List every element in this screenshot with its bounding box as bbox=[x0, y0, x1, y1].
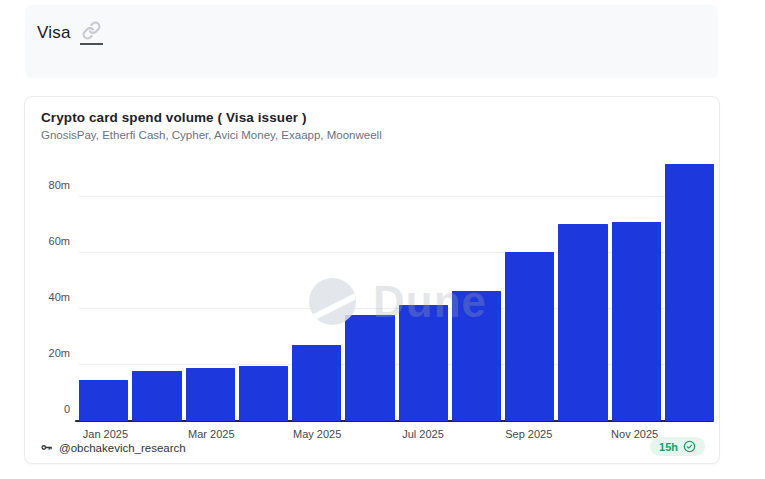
bar-chart-plot: 020m40m60m80m Jan 2025Mar 2025May 2025Ju… bbox=[79, 151, 714, 421]
header-row: Visa bbox=[25, 5, 718, 45]
bar-series bbox=[79, 151, 714, 421]
bar-dec-2025[interactable] bbox=[665, 164, 714, 421]
bar-may-2025[interactable] bbox=[292, 345, 341, 421]
page-title: Visa bbox=[37, 23, 71, 43]
footer-author-row: @obchakevich_research bbox=[40, 441, 186, 454]
bar-jul-2025[interactable] bbox=[399, 305, 448, 421]
chart-title: Crypto card spend volume ( Visa issuer ) bbox=[41, 110, 307, 125]
key-icon bbox=[40, 441, 53, 454]
bar-jun-2025[interactable] bbox=[345, 315, 394, 421]
bar-mar-2025[interactable] bbox=[186, 368, 235, 421]
y-tick-label: 40m bbox=[49, 291, 70, 303]
y-tick-label: 20m bbox=[49, 347, 70, 359]
bar-nov-2025[interactable] bbox=[612, 222, 661, 421]
bar-jan-2025[interactable] bbox=[79, 380, 128, 421]
card-footer: @obchakevich_research 15h bbox=[25, 431, 719, 463]
bar-oct-2025[interactable] bbox=[558, 224, 607, 421]
link-icon[interactable] bbox=[80, 21, 103, 45]
badge-time-label: 15h bbox=[659, 441, 678, 453]
y-tick-label: 0 bbox=[64, 403, 70, 415]
author-handle[interactable]: @obchakevich_research bbox=[59, 442, 186, 454]
bar-feb-2025[interactable] bbox=[132, 371, 181, 421]
bar-aug-2025[interactable] bbox=[452, 291, 501, 421]
chart-subtitle: GnosisPay, Etherfi Cash, Cypher, Avici M… bbox=[41, 129, 382, 141]
refresh-status-badge[interactable]: 15h bbox=[650, 437, 705, 456]
check-circle-icon bbox=[683, 440, 696, 453]
bar-sep-2025[interactable] bbox=[505, 252, 554, 421]
bar-apr-2025[interactable] bbox=[239, 366, 288, 421]
chart-card: Crypto card spend volume ( Visa issuer )… bbox=[24, 96, 720, 464]
y-tick-label: 80m bbox=[49, 179, 70, 191]
y-tick-label: 60m bbox=[49, 235, 70, 247]
header-band: Visa bbox=[25, 5, 718, 78]
